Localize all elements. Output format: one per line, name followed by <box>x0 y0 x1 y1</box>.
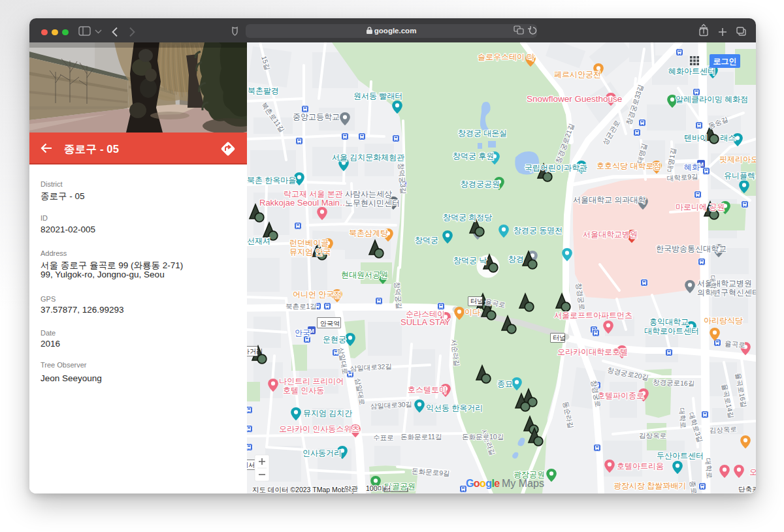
svg-text:대학로아트센터: 대학로아트센터 <box>644 326 699 336</box>
svg-text:오라카이 인사동스위츠: 오라카이 인사동스위츠 <box>279 424 359 433</box>
svg-text:터널: 터널 <box>470 298 483 305</box>
svg-text:창경궁로16길: 창경궁로16길 <box>653 378 695 387</box>
svg-text:뮤지엄 안국: 뮤지엄 안국 <box>289 247 331 257</box>
svg-text:북촌로1길: 북촌로1길 <box>286 302 317 310</box>
svg-text:원서동 빨래터: 원서동 빨래터 <box>353 91 402 101</box>
svg-text:Snowflower Guesthouse: Snowflower Guesthouse <box>527 94 622 104</box>
svg-text:국립어린이과학관: 국립어린이과학관 <box>525 163 587 172</box>
svg-text:인사동거리: 인사동거리 <box>302 448 342 458</box>
svg-text:유니플렉스: 유니플렉스 <box>724 171 756 180</box>
svg-text:운현궁: 운현궁 <box>323 335 346 344</box>
svg-text:이다: 이다 <box>465 307 480 317</box>
svg-text:마로니에 공원: 마로니에 공원 <box>676 202 725 211</box>
svg-text:현대원서공원: 현대원서공원 <box>341 270 388 279</box>
svg-text:지도 데이터 ©2023 TMap Mobility: 지도 데이터 ©2023 TMap Mobility <box>252 486 355 493</box>
svg-text:서울 김치문화체험관: 서울 김치문화체험관 <box>332 153 404 162</box>
svg-text:창경궁 동명전: 창경궁 동명전 <box>514 226 563 235</box>
svg-text:Rakkojae Seoul Main…: Rakkojae Seoul Main… <box>259 198 348 208</box>
svg-text:김상옥로: 김상옥로 <box>709 425 737 434</box>
svg-text:로그인: 로그인 <box>713 57 737 66</box>
svg-text:돈화문로11길: 돈화문로11길 <box>400 433 442 441</box>
svg-text:Google: Google <box>466 478 500 489</box>
svg-text:100미터: 100미터 <box>366 484 391 492</box>
svg-text:노무현시민센터: 노무현시민센터 <box>345 198 400 208</box>
svg-text:호호식당 대학로점: 호호식당 대학로점 <box>596 161 661 170</box>
svg-text:터널: 터널 <box>553 334 566 341</box>
svg-text:래스: 래스 <box>720 133 736 142</box>
svg-text:두산아트센터: 두산아트센터 <box>657 451 704 460</box>
svg-text:율곡로: 율곡로 <box>725 339 745 349</box>
svg-text:창덕궁 희정당: 창덕궁 희정당 <box>443 213 492 222</box>
svg-text:돈화문로10길: 돈화문로10길 <box>462 433 504 441</box>
svg-text:홍익대학교: 홍익대학교 <box>649 317 689 326</box>
svg-text:창경궁 대온실: 창경궁 대온실 <box>458 129 507 138</box>
svg-text:혜화아트센터: 혜화아트센터 <box>668 67 715 76</box>
svg-text:락고재 서울 본관: 락고재 서울 본관 <box>284 189 343 198</box>
svg-text:광장시장 찹쌀꽈배기: 광장시장 찹쌀꽈배기 <box>613 481 686 490</box>
svg-text:My Maps: My Maps <box>502 478 544 489</box>
svg-text:서울로프트아파트먼츠: 서울로프트아파트먼츠 <box>554 311 632 320</box>
svg-text:아리랑식당: 아리랑식당 <box>704 316 743 325</box>
svg-text:창덕궁 낙: 창덕궁 낙 <box>453 256 487 265</box>
svg-text:선재셔: 선재셔 <box>247 236 270 245</box>
svg-text:어니언 안국점: 어니언 안국점 <box>293 290 342 299</box>
svg-text:런던베이글: 런던베이글 <box>289 238 329 247</box>
svg-text:약관: 약관 <box>344 484 359 492</box>
svg-text:안국: 안국 <box>295 328 310 337</box>
svg-text:슬로우스테이 다: 슬로우스테이 다 <box>478 52 534 61</box>
svg-text:창경궁공원: 창경궁공원 <box>461 180 500 189</box>
svg-text:중앙고등학교: 중앙고등학교 <box>293 112 340 121</box>
svg-text:서울대학교 의과대학: 서울대학교 의과대학 <box>573 195 645 204</box>
svg-text:창덕궁 후원: 창덕궁 후원 <box>453 151 494 161</box>
svg-text:뮤지엄 김치간: 뮤지엄 김치간 <box>303 409 352 418</box>
svg-text:서울대학교병원: 서울대학교병원 <box>583 230 638 239</box>
svg-text:수표로: 수표로 <box>373 433 394 441</box>
svg-text:오라카이대학로호텔: 오라카이대학로호텔 <box>557 347 628 356</box>
svg-text:호텔파이종로: 호텔파이종로 <box>597 391 644 400</box>
svg-text:익선동 한옥거리: 익선동 한옥거리 <box>426 403 483 413</box>
svg-text:텐바이: 텐바이 <box>684 133 708 142</box>
svg-text:오요: 오요 <box>749 467 756 477</box>
svg-text:SULLA STAY: SULLA STAY <box>400 317 450 327</box>
svg-text:북촌삼계탕: 북촌삼계탕 <box>349 228 388 238</box>
svg-text:핏제리아오: 핏제리아오 <box>719 155 756 164</box>
svg-text:사거리: 사거리 <box>247 348 263 355</box>
svg-text:의학연구혁신센터: 의학연구혁신센터 <box>697 288 756 297</box>
svg-text:김상옥로: 김상옥로 <box>639 431 666 439</box>
svg-text:안국역: 안국역 <box>320 320 340 327</box>
svg-text:호텔 인사동: 호텔 인사동 <box>283 386 324 395</box>
svg-text:나인트리 프리미어: 나인트리 프리미어 <box>279 377 344 386</box>
svg-text:북촌 한옥마을: 북촌 한옥마을 <box>247 176 296 185</box>
svg-text:호스텔토미: 호스텔토미 <box>408 385 447 394</box>
svg-text:사람사는세상: 사람사는세상 <box>345 189 392 198</box>
svg-text:종묘: 종묘 <box>497 379 513 388</box>
svg-text:혜화: 혜화 <box>684 163 700 172</box>
svg-text:한국방송통신대학교: 한국방송통신대학교 <box>656 244 727 253</box>
svg-text:단축키: 단축키 <box>738 485 756 493</box>
svg-text:페르시안궁전: 페르시안궁전 <box>554 70 601 79</box>
svg-text:계서: 계서 <box>247 462 255 469</box>
svg-text:북촌팔경: 북촌팔경 <box>248 86 279 95</box>
svg-text:창덕궁: 창덕궁 <box>415 236 438 245</box>
svg-text:서울대학교병원: 서울대학교병원 <box>697 279 752 288</box>
svg-text:창경: 창경 <box>508 255 524 264</box>
svg-text:알레클라이밍 혜화점: 알레클라이밍 혜화점 <box>676 95 748 104</box>
svg-text:호텔아트리움: 호텔아트리움 <box>617 462 664 471</box>
